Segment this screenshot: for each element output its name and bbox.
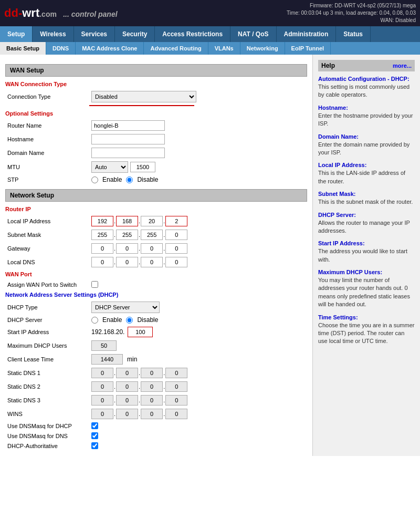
- dhcp-authoritative-row: DHCP-Authoritative: [5, 441, 307, 451]
- wan-setup-header: WAN Setup: [5, 64, 307, 77]
- router-name-input[interactable]: [91, 120, 165, 131]
- hostname-control: [91, 134, 165, 144]
- dnsmasq-dhcp-label: Use DNSMasq for DHCP: [7, 423, 91, 429]
- dhcp-type-row: DHCP Type DHCP Server DHCP Forwarder: [5, 300, 307, 315]
- subnet-1[interactable]: [91, 230, 113, 240]
- nav-item-setup[interactable]: Setup: [0, 26, 33, 42]
- subnav-eoip-tunnel[interactable]: EoIP Tunnel: [285, 42, 331, 55]
- wins-group: . . .: [91, 409, 187, 419]
- subnav-advanced-routing[interactable]: Advanced Routing: [144, 42, 208, 55]
- sdns2-3[interactable]: [141, 381, 163, 392]
- stp-disable-radio[interactable]: [126, 176, 133, 183]
- sdns2-2[interactable]: [116, 381, 138, 392]
- wins-row: WINS . . .: [5, 407, 307, 421]
- stp-row: STP Enable Disable: [5, 174, 307, 185]
- subnav-ddns[interactable]: DDNS: [46, 42, 76, 55]
- nav-item-access-restrictions[interactable]: Access Restrictions: [155, 26, 230, 42]
- nav-item-administration[interactable]: Administration: [277, 26, 337, 42]
- nav-item-nat-qos[interactable]: NAT / QoS: [230, 26, 276, 42]
- sdns1-4[interactable]: [165, 368, 187, 378]
- static-dns2-group: . . .: [91, 381, 187, 392]
- dhcp-authoritative-checkbox[interactable]: [91, 442, 98, 449]
- subnet-3[interactable]: [141, 230, 163, 240]
- local-ip-4[interactable]: [165, 216, 187, 226]
- local-ip-2[interactable]: [116, 216, 138, 226]
- static-dns1-row: Static DNS 1 . . .: [5, 366, 307, 380]
- nav-item-wireless[interactable]: Wireless: [33, 26, 74, 42]
- gateway-label: Gateway: [7, 245, 91, 252]
- lease-time-input[interactable]: [91, 354, 123, 365]
- local-ip-label: Local IP Address: [7, 218, 91, 224]
- sdns2-1[interactable]: [91, 381, 113, 392]
- dnsmasq-dhcp-control: [91, 422, 98, 429]
- subnav-mac-address-clone[interactable]: MAC Address Clone: [76, 42, 144, 55]
- sdns1-2[interactable]: [116, 368, 138, 378]
- gateway-2[interactable]: [116, 243, 138, 254]
- wins-3[interactable]: [141, 409, 163, 419]
- sdns1-3[interactable]: [141, 368, 163, 378]
- local-dns-group: . . .: [91, 257, 187, 267]
- wins-4[interactable]: [165, 409, 187, 419]
- subnav-basic-setup[interactable]: Basic Setup: [0, 42, 46, 55]
- gateway-3[interactable]: [141, 243, 163, 254]
- static-dns3-group: . . .: [91, 395, 187, 406]
- local-ip-row: Local IP Address . . .: [5, 214, 307, 228]
- dhcp-server-label: DHCP Server: [7, 317, 91, 323]
- wan-port-control: [91, 281, 98, 288]
- wins-2[interactable]: [116, 409, 138, 419]
- more-button[interactable]: more...: [393, 63, 412, 69]
- subnet-control: . . .: [91, 230, 187, 240]
- local-dns-4[interactable]: [165, 257, 187, 267]
- dhcp-enable-radio[interactable]: [91, 317, 98, 324]
- sdns3-3[interactable]: [141, 395, 163, 406]
- start-ip-input[interactable]: [128, 327, 153, 337]
- dnsmasq-dhcp-checkbox[interactable]: [91, 422, 98, 429]
- dnsmasq-dns-checkbox[interactable]: [91, 432, 98, 439]
- dnsmasq-dns-row: Use DNSMasq for DNS: [5, 431, 307, 441]
- connection-type-select[interactable]: Disabled Automatic Configuration - DHCP …: [91, 91, 196, 102]
- help-text-5: Allows the router to manage your IP addr…: [318, 219, 415, 235]
- router-name-row: Router Name: [5, 119, 307, 132]
- stp-enable-radio[interactable]: [91, 176, 98, 183]
- sdns1-1[interactable]: [91, 368, 113, 378]
- local-dns-1[interactable]: [91, 257, 113, 267]
- help-section-2: Domain Name: Enter the domain name provi…: [318, 133, 415, 157]
- local-dns-2[interactable]: [116, 257, 138, 267]
- mtu-value-input[interactable]: [130, 162, 155, 172]
- mtu-select[interactable]: Auto Manual: [91, 161, 128, 173]
- local-ip-3[interactable]: [141, 216, 163, 226]
- max-users-input[interactable]: [91, 340, 117, 351]
- subnav-networking[interactable]: Networking: [240, 42, 285, 55]
- domain-name-row: Domain Name: [5, 146, 307, 160]
- local-dns-3[interactable]: [141, 257, 163, 267]
- dhcp-disable-label: Disable: [137, 316, 158, 324]
- hostname-label: Hostname: [7, 136, 91, 142]
- gateway-1[interactable]: [91, 243, 113, 254]
- help-section-6: Start IP Address: The address you would …: [318, 240, 415, 264]
- wan-port-header: WAN Port: [5, 271, 307, 277]
- local-ip-1[interactable]: [91, 216, 113, 226]
- domain-name-label: Domain Name: [7, 150, 91, 156]
- subnav-vlans[interactable]: VLANs: [208, 42, 240, 55]
- gateway-4[interactable]: [165, 243, 187, 254]
- start-ip-prefix: 192.168.20.: [91, 328, 124, 336]
- router-name-control: [91, 120, 165, 131]
- wins-1[interactable]: [91, 409, 113, 419]
- dhcp-type-select[interactable]: DHCP Server DHCP Forwarder: [91, 302, 160, 313]
- wan-port-checkbox[interactable]: [91, 281, 98, 288]
- nav-item-security[interactable]: Security: [115, 26, 155, 42]
- subnet-4[interactable]: [165, 230, 187, 240]
- hostname-input[interactable]: [91, 134, 165, 144]
- sdns3-4[interactable]: [165, 395, 187, 406]
- domain-name-input[interactable]: [91, 148, 165, 158]
- sdns3-2[interactable]: [116, 395, 138, 406]
- subnet-2[interactable]: [116, 230, 138, 240]
- nav-item-status[interactable]: Status: [336, 26, 371, 42]
- sdns2-4[interactable]: [165, 381, 187, 392]
- dhcp-disable-radio[interactable]: [126, 317, 133, 324]
- nav-item-services[interactable]: Services: [74, 26, 115, 42]
- logo-cp: ... control panel: [63, 10, 117, 18]
- sdns3-1[interactable]: [91, 395, 113, 406]
- optional-settings-header: Optional Settings: [5, 110, 307, 117]
- static-dns2-control: . . .: [91, 381, 187, 392]
